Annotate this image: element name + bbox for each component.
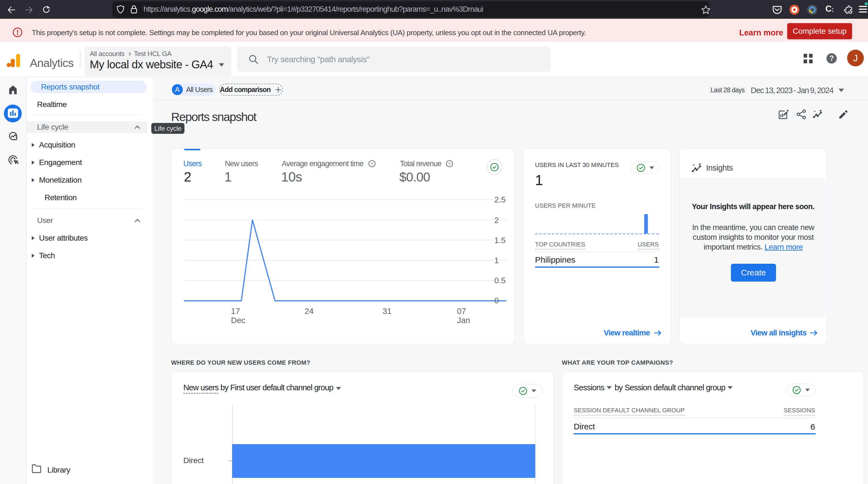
svg-text:?: ? xyxy=(371,161,373,166)
svg-text:?: ? xyxy=(448,161,451,166)
